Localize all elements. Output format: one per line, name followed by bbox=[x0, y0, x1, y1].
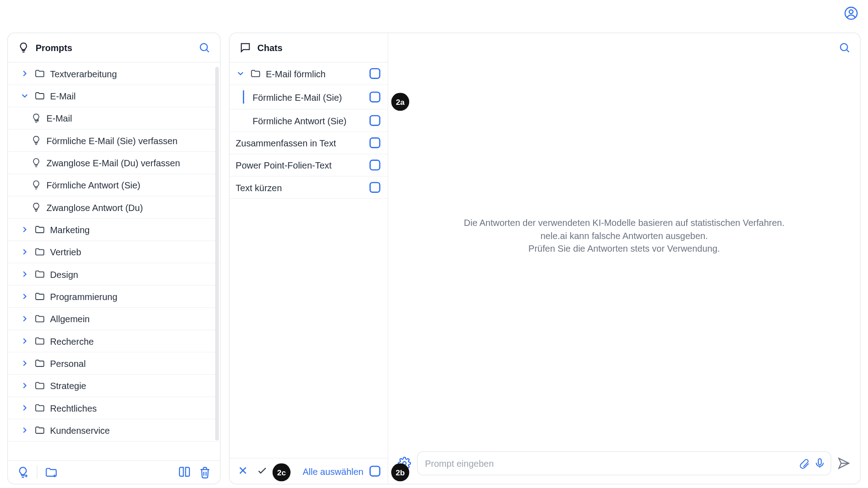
annotation-2b: 2b bbox=[391, 463, 409, 481]
chats-panel: Chats E-Mail förmlich Förmliche E-Mail (… bbox=[229, 33, 861, 484]
folder-label: E-Mail bbox=[50, 91, 76, 101]
bulb-bolt-icon bbox=[31, 113, 42, 123]
select-all-label[interactable]: Alle auswählen bbox=[302, 466, 363, 476]
folder-icon bbox=[34, 224, 45, 235]
annotation-2a: 2a bbox=[391, 93, 409, 111]
chat-label: Förmliche E-Mail (Sie) bbox=[253, 92, 365, 102]
folder-personal[interactable]: Personal bbox=[8, 352, 220, 375]
new-folder-icon[interactable] bbox=[45, 466, 58, 479]
svg-rect-5 bbox=[818, 459, 821, 465]
search-icon[interactable] bbox=[198, 42, 211, 54]
folder-vertrieb[interactable]: Vertrieb bbox=[8, 241, 220, 263]
prompt-label: Zwanglose Antwort (Du) bbox=[47, 202, 143, 212]
chat-powerpoint[interactable]: Power Point-Folien-Text bbox=[230, 154, 387, 176]
folder-kundenservice[interactable]: Kundenservice bbox=[8, 419, 220, 441]
prompts-tree: Textverarbeitung E-Mail bbox=[8, 63, 220, 460]
prompts-footer bbox=[8, 460, 220, 484]
folder-textverarbeitung[interactable]: Textverarbeitung bbox=[8, 63, 220, 85]
scrollbar-thumb[interactable] bbox=[215, 67, 219, 441]
chats-title: Chats bbox=[257, 42, 378, 53]
prompt-input-wrap[interactable] bbox=[417, 451, 831, 475]
mic-icon[interactable] bbox=[814, 457, 826, 469]
book-icon[interactable] bbox=[178, 466, 191, 479]
folder-email[interactable]: E-Mail bbox=[8, 85, 220, 107]
chat-folder-email-foermlich[interactable]: E-Mail förmlich bbox=[230, 63, 387, 85]
prompts-panel: Prompts Textverarbeitung bbox=[7, 33, 221, 484]
chevron-right-icon bbox=[20, 225, 29, 234]
folder-label: Textverarbeitung bbox=[50, 68, 117, 79]
folder-allgemein[interactable]: Allgemein bbox=[8, 308, 220, 330]
chevron-right-icon bbox=[20, 403, 29, 413]
chat-label: Power Point-Folien-Text bbox=[236, 160, 364, 170]
checkbox[interactable] bbox=[369, 182, 380, 193]
prompts-title: Prompts bbox=[36, 42, 193, 53]
prompt-foermliche-antwort[interactable]: Förmliche Antwort (Sie) bbox=[8, 174, 220, 196]
search-icon[interactable] bbox=[839, 42, 851, 54]
chat-foermliche-email[interactable]: Förmliche E-Mail (Sie) bbox=[230, 85, 387, 110]
checkbox[interactable] bbox=[369, 92, 380, 103]
chat-zusammenfassen[interactable]: Zusammenfassen in Text bbox=[230, 132, 387, 154]
folder-design[interactable]: Design bbox=[8, 263, 220, 286]
folder-icon bbox=[34, 313, 45, 324]
folder-label: Programmierung bbox=[50, 291, 118, 302]
folder-icon bbox=[34, 291, 45, 302]
folder-icon bbox=[34, 358, 45, 369]
check-icon[interactable] bbox=[256, 465, 269, 478]
chat-label: Text kürzen bbox=[236, 182, 364, 192]
prompts-header: Prompts bbox=[8, 33, 220, 62]
prompt-email[interactable]: E-Mail bbox=[8, 107, 220, 129]
new-prompt-icon[interactable] bbox=[16, 466, 29, 479]
folder-label: Recherche bbox=[50, 336, 94, 346]
folder-recherche[interactable]: Recherche bbox=[8, 330, 220, 352]
folder-strategie[interactable]: Strategie bbox=[8, 375, 220, 397]
chevron-right-icon bbox=[20, 425, 29, 435]
svg-point-1 bbox=[849, 10, 853, 14]
chat-text-kuerzen[interactable]: Text kürzen bbox=[230, 177, 387, 199]
svg-point-2 bbox=[200, 43, 208, 51]
chat-foermliche-antwort[interactable]: Förmliche Antwort (Sie) bbox=[230, 110, 387, 132]
folder-icon bbox=[34, 380, 45, 391]
folder-marketing[interactable]: Marketing bbox=[8, 219, 220, 241]
prompt-zwanglose-antwort[interactable]: Zwanglose Antwort (Du) bbox=[8, 197, 220, 219]
folder-label: Personal bbox=[50, 358, 86, 369]
chat-label: Zusammenfassen in Text bbox=[236, 138, 364, 148]
svg-point-3 bbox=[840, 43, 848, 51]
prompt-input[interactable] bbox=[425, 458, 794, 469]
send-icon[interactable] bbox=[837, 457, 850, 470]
chevron-right-icon bbox=[20, 291, 29, 301]
folder-rechtliches[interactable]: Rechtliches bbox=[8, 397, 220, 419]
bulb-icon bbox=[31, 202, 42, 213]
checkbox[interactable] bbox=[369, 137, 380, 148]
attachment-icon[interactable] bbox=[798, 457, 810, 469]
composer bbox=[388, 445, 860, 483]
prompt-zwanglose-email[interactable]: Zwanglose E-Mail (Du) verfassen bbox=[8, 152, 220, 174]
select-all-checkbox[interactable] bbox=[369, 466, 380, 477]
chevron-down-icon bbox=[20, 91, 29, 100]
folder-icon bbox=[34, 90, 45, 101]
folder-label: Design bbox=[50, 269, 78, 279]
folder-icon bbox=[34, 246, 45, 257]
trash-icon[interactable] bbox=[198, 466, 212, 479]
prompt-label: Zwanglose E-Mail (Du) verfassen bbox=[47, 158, 180, 168]
folder-label: Kundenservice bbox=[50, 425, 110, 436]
prompt-foermliche-email[interactable]: Förmliche E-Mail (Sie) verfassen bbox=[8, 130, 220, 152]
folder-label: Vertrieb bbox=[50, 247, 81, 257]
chat-icon bbox=[239, 42, 251, 54]
account-icon[interactable] bbox=[844, 6, 859, 20]
checkbox[interactable] bbox=[369, 115, 380, 126]
folder-label: Marketing bbox=[50, 225, 90, 235]
chats-header: Chats bbox=[230, 33, 387, 62]
chevron-right-icon bbox=[20, 314, 29, 324]
chats-footer: Alle auswählen bbox=[230, 458, 387, 483]
folder-icon bbox=[34, 403, 45, 413]
checkbox[interactable] bbox=[369, 68, 380, 79]
chevron-right-icon bbox=[20, 69, 29, 78]
folder-programmierung[interactable]: Programmierung bbox=[8, 286, 220, 308]
close-icon[interactable] bbox=[237, 465, 250, 478]
chevron-right-icon bbox=[20, 381, 29, 390]
checkbox[interactable] bbox=[369, 160, 380, 170]
chevron-right-icon bbox=[20, 269, 29, 279]
chat-label: Förmliche Antwort (Sie) bbox=[253, 115, 365, 126]
prompt-label: Förmliche E-Mail (Sie) verfassen bbox=[47, 135, 178, 145]
prompt-label: Förmliche Antwort (Sie) bbox=[47, 180, 141, 190]
